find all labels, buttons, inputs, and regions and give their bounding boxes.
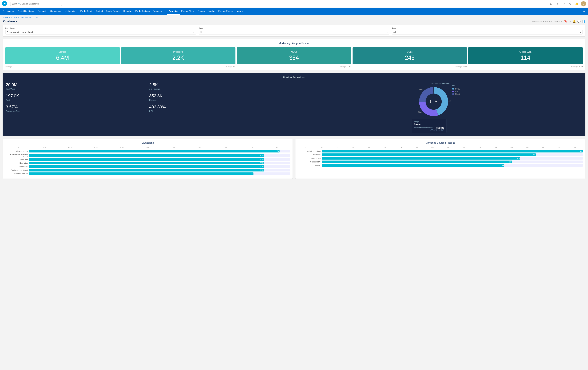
help-icon[interactable]: ? xyxy=(562,2,566,6)
salesforce-logo[interactable]: ☁ xyxy=(2,1,7,7)
pipeline-bar-fill-3: 25k xyxy=(322,161,512,163)
tile-label-visitors: Visitors xyxy=(59,51,66,53)
nav-item-more[interactable]: More▾ xyxy=(235,8,244,15)
pipeline-bar-row: Gleason LLC 25k xyxy=(298,161,583,163)
search-scope-select[interactable]: All xyxy=(12,3,17,5)
settings-icon[interactable]: ⚙ xyxy=(568,2,573,6)
pipeline-stat-1: 2.8K # in Pipeline xyxy=(149,82,293,90)
bell-icon[interactable]: 🔔 xyxy=(575,2,579,6)
pipeline-bar-val-1: 28k xyxy=(533,154,536,156)
grid-icon[interactable]: ⊞ xyxy=(549,2,553,6)
edit-nav-icon[interactable]: ✏ xyxy=(581,10,587,13)
funnel-avg-0: Average xyxy=(5,66,120,68)
search-bar[interactable]: All 🔍 xyxy=(10,2,62,6)
pipeline-axis-label: 8k xyxy=(361,147,377,148)
pipeline-bar-val-2: 26k xyxy=(517,157,520,159)
pipeline-stats-area: 20.9M Total Value2.8K # in Pipeline197.0… xyxy=(6,82,293,133)
tags-select[interactable]: All xyxy=(392,30,583,34)
pipeline-bar-label-3: Gleason LLC xyxy=(298,161,321,163)
pipeline-axis-label: 22k xyxy=(472,147,488,148)
pipeline-stat-2: 197.0K Cost xyxy=(6,93,149,101)
stage-label: Stage xyxy=(199,27,389,29)
avatar[interactable]: U xyxy=(581,1,586,6)
tooltip-metric-label: Sum of Monetary Value xyxy=(414,127,432,129)
funnel-tile-prospects: Prospects 2.2K xyxy=(121,47,236,65)
tile-value-sqls: 246 xyxy=(405,54,415,61)
pipeline-stat-0: 20.9M Total Value xyxy=(6,82,149,90)
nav-item-engage-alerts[interactable]: Engage Alerts xyxy=(180,8,196,15)
campaigns-bar-row: Employee recruitment 2.7M xyxy=(5,169,290,172)
campaigns-bar-val-2: 2.7M xyxy=(260,159,264,161)
comment-icon[interactable]: 💬 xyxy=(578,20,581,23)
bookmark-icon[interactable]: 🔖 xyxy=(564,20,567,23)
tooltip-sub: (25.33% of 3.4M) xyxy=(414,129,444,131)
stage-select[interactable]: All xyxy=(199,30,389,34)
campaigns-bar-fill-6: 2.6M xyxy=(29,173,253,175)
nav-item-content[interactable]: Content xyxy=(94,8,105,15)
campaigns-bar-val-6: 2.6M xyxy=(250,173,254,175)
legend-5won-label: 5-Won xyxy=(455,90,460,92)
chart-icon[interactable]: 📊 xyxy=(582,20,585,23)
nav-item-engage[interactable]: Engage xyxy=(196,8,206,15)
campaigns-bar-track-6: 2.6M xyxy=(29,173,290,175)
nav-item-dashboards[interactable]: Dashboards▾ xyxy=(151,8,167,15)
date-range-select[interactable]: 2 years ago to 1 year ahead xyxy=(5,30,196,34)
campaigns-axis-label: 1.5M xyxy=(135,147,161,148)
add-icon[interactable]: + xyxy=(555,2,560,6)
funnel-title: Marketing Lifecycle Funnel xyxy=(5,42,583,45)
nav-item-pardot-reports[interactable]: Pardot Reports xyxy=(105,8,122,15)
pipeline-bars: Lueilwitz and Sons 34k Kulas Inc 28k Sip… xyxy=(298,150,583,167)
pipeline-axis-label: 26k xyxy=(504,147,519,148)
pipeline-bar-row: Sipes Group 26k xyxy=(298,157,583,160)
campaigns-bar-fill-5: 2.7M xyxy=(29,169,264,172)
subscribe-icon[interactable]: 🔔 xyxy=(573,20,576,23)
page-title-chevron[interactable]: ▾ xyxy=(16,19,18,23)
nav-item-leads[interactable]: Leads▾ xyxy=(206,8,217,15)
nav-item-analytics[interactable]: Analytics xyxy=(167,8,180,15)
header-icons: 🔖 ↗ 🔔 💬 📊 xyxy=(564,20,585,23)
legend-6lost-label: 6-Lost xyxy=(455,93,460,95)
pipeline-bar-track-0: 34k xyxy=(322,150,583,152)
nav-item-engage-reports[interactable]: Engage Reports xyxy=(217,8,235,15)
funnel-tile-sqls: SQLs 246 xyxy=(353,47,467,65)
app-launcher[interactable]: ⠿ xyxy=(1,10,5,12)
pipeline-bar-row: Lueilwitz and Sons 34k xyxy=(298,150,583,152)
pipeline-bar-track-4: 24k xyxy=(322,164,583,167)
donut-tooltip: Stage 5-Won Sum of Monetary Value 852,80… xyxy=(412,119,446,133)
funnel-averages: AverageAverage 3.6Average 11.62Average 1… xyxy=(5,66,583,68)
campaigns-bar-val-3: 2.7M xyxy=(260,162,264,164)
nav-item-automations[interactable]: Automations xyxy=(64,8,79,15)
share-icon[interactable]: ↗ xyxy=(569,20,571,23)
funnel-avg-2: Average 11.62 xyxy=(237,66,351,68)
campaigns-axis: 0300k600k900k1.2M1.5M1.8M2.1M2.4M2.7M3M xyxy=(5,147,290,149)
breadcrumb-b2b[interactable]: B2B MARKETING ANALYTICS xyxy=(14,17,39,19)
tile-value-prospects: 2.2K xyxy=(172,54,184,61)
campaigns-axis-label: 3M xyxy=(264,147,290,148)
tile-label-closed-won: Closed Won xyxy=(519,51,532,53)
search-input[interactable] xyxy=(22,3,60,5)
campaigns-bar-label-3: Newsletter xyxy=(5,162,28,164)
nav-item-prospects[interactable]: Prospects xyxy=(36,8,49,15)
tile-value-closed-won: 114 xyxy=(521,54,530,61)
campaigns-bar-label-2: World tour xyxy=(5,159,28,161)
tooltip-metric: Sum of Monetary Value 852,800 xyxy=(414,127,444,129)
nav-item-pardot-email[interactable]: Pardot Email xyxy=(79,8,94,15)
pipeline-donut-area: Sum of Monetary Value xyxy=(295,82,582,133)
nav-item-campaigns[interactable]: Campaigns▾ xyxy=(49,8,64,15)
nav-item-reports[interactable]: Reports▾ xyxy=(122,8,134,15)
campaigns-bars: Webinar series 2.9M Expense Management l… xyxy=(5,150,290,175)
legend-header: Sta xyxy=(452,85,460,87)
pipeline-bar-track-1: 28k xyxy=(322,153,583,156)
pipeline-stat-4: 3.57% Conversion Rate xyxy=(6,105,149,112)
breadcrumb-analytics[interactable]: ANALYTICS xyxy=(3,17,12,19)
bottom-charts: Campaigns 0300k600k900k1.2M1.5M1.8M2.1M2… xyxy=(3,139,585,179)
campaigns-bar-track-1: 2.7M xyxy=(29,154,290,157)
funnel-tile-visitors: Visitors 6.4M xyxy=(5,47,120,65)
legend-4sql-label: 4-SQL xyxy=(455,88,460,90)
app-name: Pardot xyxy=(6,10,15,12)
nav-item-pardot-dashboard[interactable]: Pardot Dashboard xyxy=(16,8,36,15)
pipeline-axis-label: 0 xyxy=(298,147,314,148)
app-navigation: ⠿ Pardot Pardot DashboardProspectsCampai… xyxy=(0,8,588,15)
stage-filter: Stage All xyxy=(199,27,389,34)
nav-item-pardot-settings[interactable]: Pardot Settings xyxy=(134,8,151,15)
